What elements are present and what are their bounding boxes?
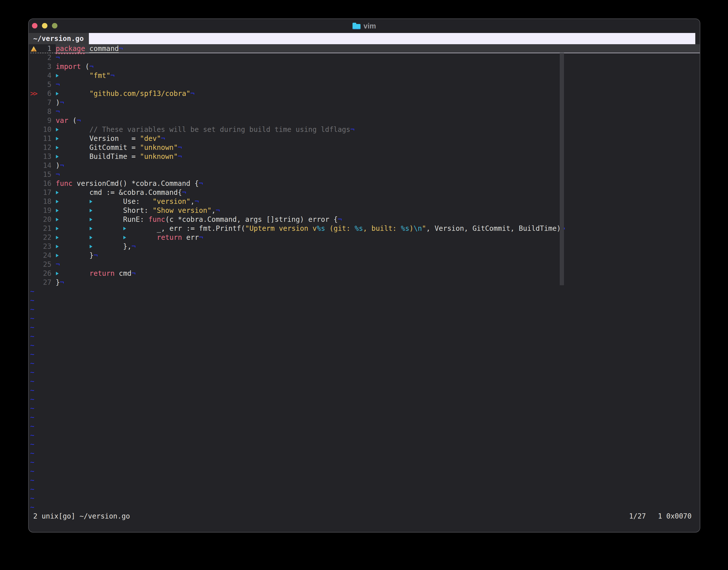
code-line[interactable]: 1package command¬ bbox=[29, 44, 700, 53]
tab-bar-empty-area[interactable] bbox=[89, 33, 695, 44]
code-text[interactable]: },¬ bbox=[56, 242, 700, 251]
eol-marker: ¬ bbox=[56, 53, 60, 62]
code-line[interactable]: 22 return err¬ bbox=[29, 233, 700, 242]
code-line[interactable]: 19 Short: "Show version",¬ bbox=[29, 206, 700, 215]
code-line[interactable]: 4 "fmt"¬ bbox=[29, 71, 700, 80]
empty-line: ~ bbox=[29, 296, 700, 305]
line-number: 12 bbox=[39, 143, 51, 152]
code-line[interactable]: 12 GitCommit = "unknown"¬ bbox=[29, 143, 700, 152]
eol-marker: ¬ bbox=[119, 44, 123, 53]
code-line[interactable]: 15¬ bbox=[29, 170, 700, 179]
code-line[interactable]: 20 RunE: func(c *cobra.Command, args []s… bbox=[29, 215, 700, 224]
eol-marker: ¬ bbox=[56, 80, 60, 89]
empty-line: ~ bbox=[29, 368, 700, 377]
code-text[interactable]: "github.com/spf13/cobra"¬ bbox=[56, 89, 700, 98]
gutter: 4 bbox=[30, 71, 56, 80]
code-line[interactable]: 5¬ bbox=[29, 80, 700, 89]
gutter: 16 bbox=[30, 179, 56, 188]
code-line[interactable]: 10 // These variables will be set during… bbox=[29, 125, 700, 134]
line-number: 4 bbox=[39, 71, 51, 80]
code-line[interactable]: 26 return cmd¬ bbox=[29, 269, 700, 278]
code-text[interactable]: return err¬ bbox=[56, 233, 700, 242]
code-line[interactable]: 3import (¬ bbox=[29, 62, 700, 71]
tab-bar: ~/version.go bbox=[29, 33, 700, 44]
code-text[interactable]: package command¬ bbox=[56, 44, 700, 53]
code-text[interactable]: func versionCmd() *cobra.Command {¬ bbox=[56, 179, 700, 188]
line-number: 19 bbox=[39, 206, 51, 215]
code-line[interactable]: 14)¬ bbox=[29, 161, 700, 170]
line-number: 11 bbox=[39, 134, 51, 143]
tab-indent-icon bbox=[89, 224, 94, 233]
line-number: 27 bbox=[39, 278, 51, 287]
code-line[interactable]: 27}¬ bbox=[29, 278, 700, 287]
code-line[interactable]: 18 Use: "version",¬ bbox=[29, 197, 700, 206]
code-line[interactable]: 2¬ bbox=[29, 53, 700, 62]
empty-line-tilde: ~ bbox=[30, 341, 34, 350]
empty-line: ~ bbox=[29, 404, 700, 413]
code-text[interactable]: ¬ bbox=[56, 260, 700, 269]
empty-line-tilde: ~ bbox=[30, 359, 34, 368]
code-line[interactable]: 25¬ bbox=[29, 260, 700, 269]
empty-line-tilde: ~ bbox=[30, 386, 34, 395]
code-text[interactable]: RunE: func(c *cobra.Command, args []stri… bbox=[56, 215, 700, 224]
empty-line: ~ bbox=[29, 467, 700, 476]
editor-buffer[interactable]: 1package command¬2¬3import (¬4 "fmt"¬5¬>… bbox=[29, 44, 700, 512]
gutter: 13 bbox=[30, 152, 56, 161]
code-line[interactable]: >>6 "github.com/spf13/cobra"¬ bbox=[29, 89, 700, 98]
eol-marker: ¬ bbox=[178, 153, 182, 161]
code-text[interactable]: Short: "Show version",¬ bbox=[56, 206, 700, 215]
code-text[interactable]: ¬ bbox=[56, 80, 700, 89]
code-line[interactable]: 8¬ bbox=[29, 107, 700, 116]
code-text[interactable]: _, err := fmt.Printf("Upterm version v%s… bbox=[56, 224, 700, 233]
empty-line: ~ bbox=[29, 422, 700, 431]
folder-icon bbox=[352, 23, 360, 29]
code-text[interactable]: }¬ bbox=[56, 251, 700, 260]
code-line[interactable]: 16func versionCmd() *cobra.Command {¬ bbox=[29, 179, 700, 188]
code-text[interactable]: return cmd¬ bbox=[56, 269, 700, 278]
empty-line: ~ bbox=[29, 494, 700, 503]
code-text[interactable]: import (¬ bbox=[56, 62, 700, 71]
tab-version-go[interactable]: ~/version.go bbox=[29, 33, 89, 44]
code-text[interactable]: var (¬ bbox=[56, 116, 700, 125]
code-line[interactable]: 21 _, err := fmt.Printf("Upterm version … bbox=[29, 224, 700, 233]
empty-line: ~ bbox=[29, 341, 700, 350]
code-text[interactable]: BuildTime = "unknown"¬ bbox=[56, 152, 700, 161]
empty-line-tilde: ~ bbox=[30, 323, 34, 332]
code-text[interactable]: Use: "version",¬ bbox=[56, 197, 700, 206]
empty-line-tilde: ~ bbox=[30, 476, 34, 485]
command-line[interactable] bbox=[29, 521, 700, 532]
code-text[interactable]: "fmt"¬ bbox=[56, 71, 700, 80]
titlebar[interactable]: vim bbox=[29, 19, 700, 33]
code-text[interactable]: // These variables will be set during bu… bbox=[56, 125, 700, 134]
line-number: 18 bbox=[39, 197, 51, 206]
code-text[interactable]: )¬ bbox=[56, 161, 700, 170]
code-line[interactable]: 13 BuildTime = "unknown"¬ bbox=[29, 152, 700, 161]
code-text[interactable]: GitCommit = "unknown"¬ bbox=[56, 143, 700, 152]
code-text[interactable]: ¬ bbox=[56, 107, 700, 116]
code-text[interactable]: cmd := &cobra.Command{¬ bbox=[56, 188, 700, 197]
empty-line: ~ bbox=[29, 413, 700, 422]
empty-line: ~ bbox=[29, 287, 700, 296]
code-line[interactable]: 24 }¬ bbox=[29, 251, 700, 260]
scrollbar[interactable] bbox=[560, 53, 564, 285]
code-line[interactable]: 11 Version = "dev"¬ bbox=[29, 134, 700, 143]
gutter: 7 bbox=[30, 98, 56, 107]
empty-line: ~ bbox=[29, 350, 700, 359]
code-line[interactable]: 7)¬ bbox=[29, 98, 700, 107]
tab-indent-icon bbox=[56, 242, 60, 251]
empty-line-tilde: ~ bbox=[30, 404, 34, 413]
line-number: 10 bbox=[39, 125, 51, 134]
code-text[interactable]: ¬ bbox=[56, 53, 700, 62]
terminal-window: vim ~/version.go 1package command¬2¬3imp… bbox=[28, 18, 700, 533]
code-line[interactable]: 9var (¬ bbox=[29, 116, 700, 125]
code-line[interactable]: 23 },¬ bbox=[29, 242, 700, 251]
code-text[interactable]: Version = "dev"¬ bbox=[56, 134, 700, 143]
code-text[interactable]: }¬ bbox=[56, 278, 700, 287]
line-number: 21 bbox=[39, 224, 51, 233]
code-text[interactable]: ¬ bbox=[56, 170, 700, 179]
tab-indent-icon bbox=[56, 206, 60, 215]
code-line[interactable]: 17 cmd := &cobra.Command{¬ bbox=[29, 188, 700, 197]
code-text[interactable]: )¬ bbox=[56, 98, 700, 107]
eol-marker: ¬ bbox=[60, 98, 64, 107]
tab-indent-icon bbox=[56, 134, 60, 143]
